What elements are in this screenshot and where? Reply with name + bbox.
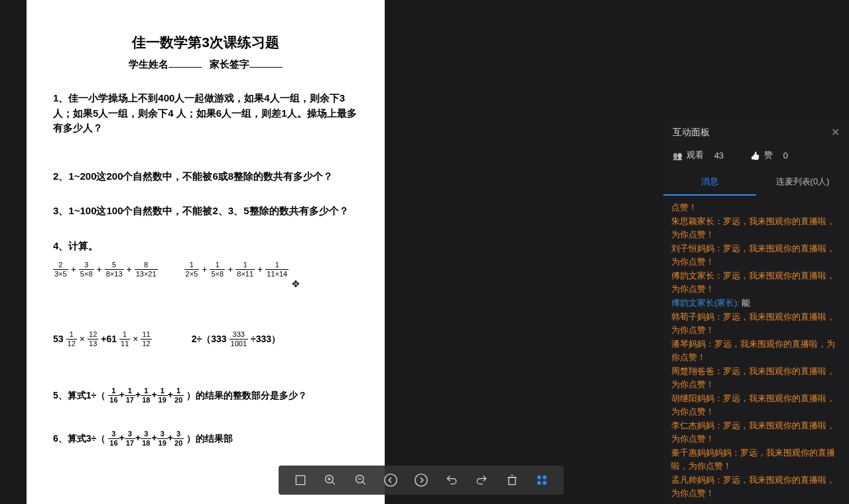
parent-label: 家长签字 <box>210 58 249 70</box>
question-5: 5、算式1÷（ 116+117+118+119+120 ）的结果的整数部分是多少… <box>53 387 358 404</box>
svg-rect-10 <box>509 477 515 485</box>
chat-message: 李仁杰妈妈：罗远，我来围观你的直播啦，为你点赞！ <box>671 419 841 446</box>
svg-point-8 <box>385 474 397 486</box>
q4-expr-d: 2÷（333 3331001 ÷333） <box>192 331 281 347</box>
chat-message: 秦千惠妈妈妈妈：罗远，我来围观你的直播啦，为你点赞！ <box>671 446 841 473</box>
question-2: 2、1~200这200个自然数中，不能被6或8整除的数共有多少个？ <box>53 169 358 184</box>
svg-line-2 <box>332 482 335 485</box>
question-6: 6、算式3÷（ 316+317+318+319+320 ）的结果部 <box>53 430 358 447</box>
question-4: 4、计算。 23×5+35×8+58×13+813×21 12×5+15×8+1… <box>53 239 358 348</box>
svg-rect-13 <box>537 475 541 479</box>
q4-expr-b: 12×5+15×8+18×11+111×14 <box>184 261 289 278</box>
chat-message: 周楚翔爸爸：罗远，我来围观你的直播啦，为你点赞！ <box>671 365 841 391</box>
svg-rect-14 <box>543 475 547 479</box>
svg-rect-16 <box>543 481 547 485</box>
chat-message: 孟凡帅妈妈：罗远，我来围观你的直播啦，为你点赞！ <box>671 473 841 500</box>
redo-icon[interactable] <box>472 471 491 489</box>
chat-message: 刘子恒妈妈：罗远，我来围观你的直播啦，为你点赞！ <box>671 242 841 269</box>
like-count[interactable]: 赞 0 <box>750 149 788 161</box>
tab-messages[interactable]: 消息 <box>663 169 756 196</box>
tab-mic-list[interactable]: 连麦列表(0人) <box>756 169 849 196</box>
undo-icon[interactable] <box>442 471 461 489</box>
svg-point-9 <box>415 474 427 486</box>
grid-apps-icon[interactable] <box>533 471 551 489</box>
chat-message: 韩荀子妈妈：罗远，我来围观你的直播啦，为你点赞！ <box>671 310 841 337</box>
panel-title: 互动面板 <box>673 127 710 139</box>
next-page-icon[interactable] <box>412 471 430 489</box>
chat-message: 傅韵文家长：罗远，我来围观你的直播啦，为你点赞！ <box>671 269 841 296</box>
interaction-panel: 互动面板 ✕ 观看 43 赞 0 消息 连麦列表(0人) 点赞！朱思颖家长：罗远… <box>663 119 849 504</box>
thumb-icon <box>750 151 760 160</box>
q4-expr-c: 53 112 × 1213 +61 111 × 1112 <box>53 331 152 347</box>
question-3: 3、1~100这100个自然数中，不能被2、3、5整除的数共有多少个？ <box>53 204 358 219</box>
document-viewer[interactable]: 佳一数学第3次课练习题 学生姓名 家长签字 1、佳一小学操场上不到400人一起做… <box>27 0 385 504</box>
chat-message: 点赞！ <box>671 201 841 214</box>
prev-page-icon[interactable] <box>381 471 400 489</box>
delete-icon[interactable] <box>503 471 521 489</box>
svg-line-6 <box>362 482 365 485</box>
svg-rect-15 <box>537 481 541 485</box>
people-icon <box>673 151 683 160</box>
doc-subtitle: 学生姓名 家长签字 <box>53 58 358 71</box>
message-list[interactable]: 点赞！朱思颖家长：罗远，我来围观你的直播啦，为你点赞！刘子恒妈妈：罗远，我来围观… <box>663 196 849 504</box>
crop-icon[interactable] <box>291 471 310 489</box>
student-label: 学生姓名 <box>129 58 168 70</box>
question-1: 1、佳一小学操场上不到400人一起做游戏，如果4人一组，则余下3人；如果5人一组… <box>53 91 358 136</box>
chat-message: 潘琴妈妈：罗远，我来围观你的直播啦，为你点赞！ <box>671 338 841 364</box>
viewer-toolbar <box>279 466 564 495</box>
svg-rect-0 <box>296 475 304 484</box>
chat-message: 傅韵文家长(家长): 能 <box>671 296 841 310</box>
watch-count: 观看 43 <box>673 149 724 161</box>
close-panel-button[interactable]: ✕ <box>831 126 840 139</box>
zoom-out-icon[interactable] <box>352 471 370 489</box>
chat-message: 胡继阳妈妈：罗远，我来围观你的直播啦，为你点赞！ <box>671 392 841 418</box>
zoom-in-icon[interactable] <box>321 471 340 489</box>
q4-expr-a: 23×5+35×8+58×13+813×21 <box>53 261 158 278</box>
doc-title: 佳一数学第3次课练习题 <box>53 33 358 52</box>
move-cursor-icon: ✥ <box>292 279 300 289</box>
chat-message: 朱思颖家长：罗远，我来围观你的直播啦，为你点赞！ <box>671 215 841 241</box>
